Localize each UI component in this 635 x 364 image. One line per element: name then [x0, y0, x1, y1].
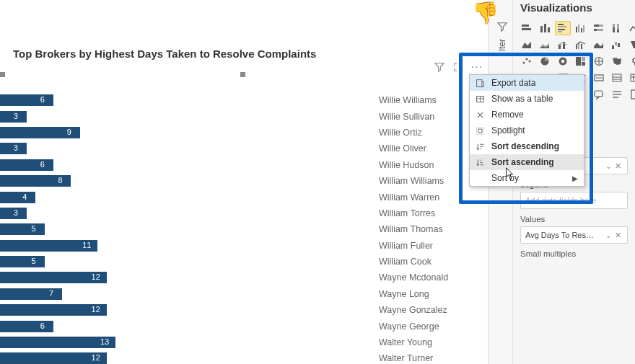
context-menu-item[interactable]: Show as a table	[470, 91, 584, 107]
svg-rect-10	[578, 25, 579, 32]
svg-rect-2	[540, 26, 543, 32]
bar-row: 8	[0, 173, 361, 189]
svg-rect-11	[581, 28, 582, 32]
qa-viz-icon[interactable]	[591, 87, 607, 102]
ribbon-viz-icon[interactable]	[591, 37, 607, 52]
bar[interactable]: 13	[0, 337, 115, 348]
pie-viz-icon[interactable]	[537, 54, 553, 68]
filters-collapsed-tab[interactable]: lter	[494, 22, 510, 72]
context-menu-label: Show as a table	[491, 94, 553, 104]
azure-map-viz-icon[interactable]	[627, 54, 635, 68]
bar[interactable]: 6	[0, 159, 53, 171]
category-label: Willie Ortiz	[379, 125, 480, 141]
svg-rect-1	[522, 28, 531, 30]
svg-rect-76	[476, 79, 481, 86]
context-menu-item[interactable]: Sort by▶	[470, 170, 584, 186]
category-label: William Thomas	[379, 221, 480, 237]
legend-placeholder: Add data fields here	[525, 196, 596, 205]
matrix-viz-icon[interactable]	[627, 71, 635, 85]
chevron-down-icon[interactable]: ⌄	[603, 162, 613, 170]
bar[interactable]: 12	[0, 352, 107, 364]
category-label: Willie Hudson	[379, 157, 480, 173]
svg-rect-82	[478, 129, 482, 133]
bar-value-label: 3	[9, 208, 22, 217]
bar-row: 4	[0, 189, 361, 205]
context-menu-item[interactable]: Export data	[470, 75, 584, 91]
bar[interactable]: 9	[0, 127, 80, 138]
bar-row: 12	[0, 270, 361, 285]
treemap-viz-icon[interactable]	[573, 54, 589, 68]
waterfall-viz-icon[interactable]	[609, 37, 625, 52]
remove-field-icon[interactable]: ✕	[613, 231, 623, 240]
stacked-column-viz-icon[interactable]	[537, 21, 553, 35]
bar[interactable]: 6	[0, 321, 53, 332]
bar[interactable]: 12	[0, 304, 107, 316]
context-menu-item[interactable]: Sort descending	[470, 138, 584, 154]
resize-handle[interactable]	[240, 72, 245, 77]
bar-row: 9	[0, 125, 361, 141]
bar[interactable]: 3	[0, 143, 27, 154]
line-stacked-column-viz-icon[interactable]	[555, 37, 571, 52]
remove-field-icon[interactable]: ✕	[613, 161, 623, 171]
bar[interactable]: 3	[0, 208, 27, 219]
bar-value-label: 13	[98, 337, 111, 346]
bar[interactable]: 7	[0, 288, 62, 300]
bar-row: 5	[0, 254, 361, 270]
small-multiples-section: Small multiples	[513, 245, 635, 262]
bar[interactable]: 8	[0, 175, 71, 187]
bar[interactable]: 11	[0, 240, 97, 252]
category-label: Willie Williams	[379, 92, 480, 108]
area-viz-icon[interactable]	[519, 37, 535, 52]
table-icon	[474, 94, 486, 104]
map-viz-icon[interactable]	[591, 54, 607, 68]
donut-viz-icon[interactable]	[555, 54, 571, 68]
clustered-column-viz-icon[interactable]	[573, 21, 589, 35]
context-menu-item[interactable]: Remove	[470, 107, 584, 123]
100-stacked-bar-viz-icon[interactable]	[591, 21, 607, 35]
table-viz-icon[interactable]	[609, 71, 625, 85]
svg-rect-3	[544, 24, 546, 32]
bar-value-label: 5	[27, 257, 40, 265]
slicer-viz-icon[interactable]	[591, 71, 607, 85]
chevron-down-icon[interactable]: ⌄	[603, 231, 613, 239]
bar[interactable]: 3	[0, 111, 27, 123]
filters-icon	[496, 22, 508, 32]
context-menu-item[interactable]: Sort ascending	[470, 154, 584, 170]
scatter-viz-icon[interactable]	[519, 54, 535, 68]
paginated-viz-icon[interactable]	[627, 87, 635, 102]
bar-row: 6	[0, 157, 361, 173]
svg-rect-6	[558, 26, 566, 27]
visualizations-header: Visualizations	[513, 0, 635, 18]
narrative-viz-icon[interactable]	[609, 87, 625, 102]
stacked-area-viz-icon[interactable]	[537, 37, 553, 52]
line-viz-icon[interactable]	[627, 21, 635, 35]
funnel-viz-icon[interactable]	[627, 37, 635, 52]
bar-value-label: 6	[36, 321, 49, 330]
bar[interactable]: 5	[0, 256, 45, 267]
context-menu-label: Remove	[491, 110, 524, 120]
resize-handle[interactable]	[0, 72, 5, 77]
category-label: Walter Young	[379, 334, 480, 350]
bar[interactable]: 12	[0, 272, 107, 283]
values-field-well[interactable]: Avg Days To Resolve Co ⌄ ✕	[520, 226, 628, 244]
svg-rect-4	[548, 27, 550, 32]
values-section: Values Avg Days To Resolve Co ⌄ ✕	[513, 210, 635, 245]
stacked-bar-viz-icon[interactable]	[519, 21, 535, 35]
category-label: Wayne Mcdonald	[379, 270, 480, 285]
line-clustered-column-viz-icon[interactable]	[573, 37, 589, 52]
clustered-bar-viz-icon[interactable]	[555, 21, 571, 35]
filled-map-viz-icon[interactable]	[609, 54, 625, 68]
svg-rect-5	[558, 24, 564, 25]
small-multiples-label: Small multiples	[520, 249, 628, 258]
category-label: William Cook	[379, 254, 480, 270]
100-stacked-column-viz-icon[interactable]	[609, 21, 625, 35]
chart-visual[interactable]: 👎 Top Brokers by Highest Days Taken to R…	[0, 0, 488, 364]
bar-row: 6	[0, 318, 361, 334]
bar[interactable]: 6	[0, 94, 53, 106]
svg-rect-0	[522, 25, 529, 27]
legend-field-well[interactable]: Add data fields here	[520, 192, 628, 209]
context-menu-item[interactable]: Spotlight	[470, 123, 584, 138]
bar[interactable]: 4	[0, 192, 35, 203]
bar[interactable]: 5	[0, 223, 45, 235]
context-menu-label: Spotlight	[491, 125, 525, 136]
